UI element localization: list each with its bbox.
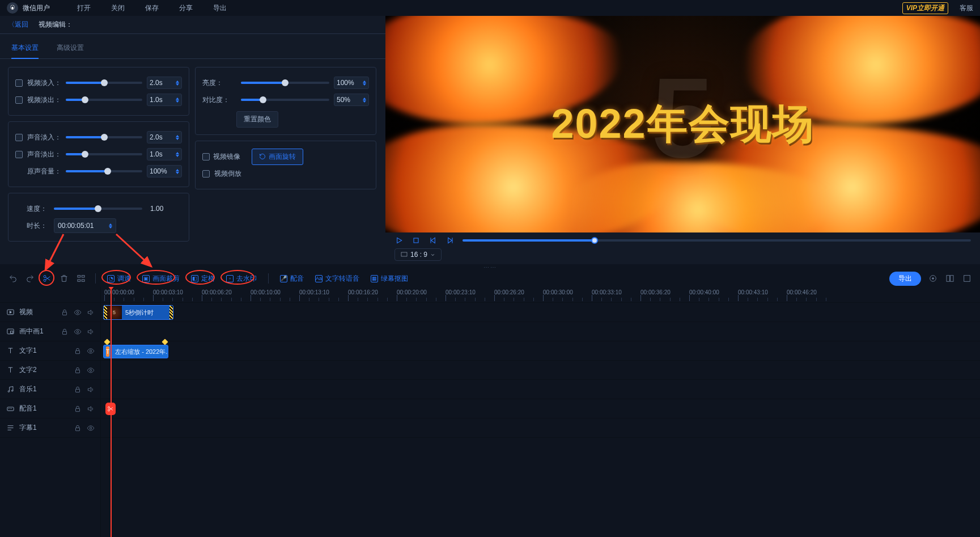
text1-lane[interactable]: T 左右缩放 - 2022年... — [101, 341, 980, 361]
locate-marker-button[interactable] — [928, 273, 938, 284]
track-speaker-toggle[interactable] — [86, 308, 95, 316]
contrast-slider[interactable] — [241, 99, 329, 101]
track-lock-toggle[interactable] — [73, 366, 82, 374]
menu-open[interactable]: 打开 — [77, 3, 91, 13]
fullscreen-button[interactable] — [962, 273, 972, 284]
back-button[interactable]: 〈返回 — [8, 20, 28, 29]
menu-share[interactable]: 分享 — [179, 3, 193, 13]
audio-fadeout-checkbox[interactable] — [15, 151, 23, 158]
freeze-frame-tool[interactable]: ◧定格 — [189, 273, 217, 285]
track-speaker-toggle[interactable] — [86, 404, 95, 413]
brightness-value[interactable]: 100% — [334, 77, 369, 89]
play-button[interactable] — [394, 236, 404, 245]
track-lock-toggle[interactable] — [73, 424, 82, 432]
time-ruler[interactable]: 00:00:00:0000:00:03:1000:00:06:2000:00:1… — [101, 287, 980, 303]
video-fadeout-checkbox[interactable] — [15, 96, 23, 104]
brightness-slider[interactable] — [241, 82, 329, 84]
playback-progress[interactable] — [463, 239, 971, 242]
video-preview[interactable]: 5 2022年会现场 — [385, 16, 980, 232]
reset-color-button[interactable]: 重置颜色 — [236, 111, 278, 128]
next-frame-button[interactable] — [446, 236, 455, 245]
mirror-checkbox[interactable] — [202, 153, 210, 160]
video-clip[interactable]: 5 5秒倒计时 — [103, 305, 173, 320]
video-fadein-checkbox[interactable] — [15, 79, 23, 87]
video-fadein-slider[interactable] — [66, 82, 142, 84]
audio-fadein-slider[interactable] — [66, 136, 142, 138]
ruler-tick: 00:00:10:00 — [251, 289, 281, 295]
track-eye-toggle[interactable] — [73, 308, 82, 316]
audio-fadein-value[interactable]: 2.0s — [147, 131, 182, 143]
contrast-value[interactable]: 50% — [334, 94, 369, 106]
track-speaker-toggle[interactable] — [86, 327, 95, 336]
remove-watermark-tool[interactable]: ▫去水印 — [224, 273, 259, 285]
redo-button[interactable] — [25, 273, 35, 284]
delete-button[interactable] — [59, 273, 69, 284]
text2-lane[interactable] — [101, 361, 980, 380]
dub-tool[interactable]: 🎤配音 — [278, 273, 306, 285]
reverse-checkbox[interactable] — [202, 170, 210, 177]
spinner-up-icon[interactable] — [176, 81, 179, 83]
track-eye-toggle[interactable] — [86, 424, 95, 432]
dub-lane[interactable] — [101, 399, 980, 418]
video-fadeout-value[interactable]: 1.0s — [147, 94, 182, 106]
track-speaker-toggle[interactable] — [86, 385, 95, 394]
toggle-layout-button[interactable] — [945, 273, 955, 284]
clip-handle-right[interactable] — [169, 306, 173, 319]
track-lock-toggle[interactable] — [73, 385, 82, 394]
aspect-ratio-selector[interactable]: 16 : 9 — [394, 248, 442, 261]
menu-close[interactable]: 关闭 — [111, 3, 125, 13]
track-eye-toggle[interactable] — [86, 366, 95, 374]
track-eye-toggle[interactable] — [86, 346, 95, 355]
ruler-tick: 00:00:13:10 — [299, 289, 329, 295]
speed-slider[interactable] — [54, 208, 142, 210]
tab-basic-settings[interactable]: 基本设置 — [11, 40, 39, 58]
pip-lane[interactable] — [101, 322, 980, 341]
speed-tool[interactable]: ◔调速 — [105, 273, 133, 285]
video-lane[interactable]: 5 5秒倒计时 — [101, 303, 980, 322]
audio-fadeout-slider[interactable] — [66, 153, 142, 155]
duration-input[interactable]: 00:00:05:01 — [54, 218, 116, 233]
track-lock-toggle[interactable] — [60, 308, 69, 316]
speed-value: 1.00 — [147, 205, 182, 213]
audio-fadein-label: 声音淡入： — [27, 133, 61, 142]
text-clip[interactable]: T 左右缩放 - 2022年... — [103, 345, 168, 358]
playhead-cut-marker[interactable] — [105, 403, 116, 415]
export-button[interactable]: 导出 — [889, 272, 921, 286]
tab-advanced-settings[interactable]: 高级设置 — [57, 40, 84, 58]
username-label: 微信用户 — [23, 3, 50, 13]
brightness-label: 亮度： — [202, 78, 236, 88]
spinner-down-icon[interactable] — [176, 83, 179, 86]
audio-fadeout-value[interactable]: 1.0s — [147, 148, 182, 160]
track-lock-toggle[interactable] — [73, 404, 82, 413]
video-fadeout-slider[interactable] — [66, 99, 142, 101]
track-lock-toggle[interactable] — [73, 346, 82, 355]
screen-icon — [401, 252, 408, 257]
customer-service-link[interactable]: 客服 — [960, 3, 973, 13]
split-button[interactable] — [42, 273, 52, 284]
video-fadein-value[interactable]: 2.0s — [147, 77, 182, 89]
stop-button[interactable] — [411, 236, 421, 245]
panel-resize-grip[interactable]: ⋯⋯ — [0, 264, 980, 270]
menu-export[interactable]: 导出 — [213, 3, 227, 13]
music-lane[interactable] — [101, 380, 980, 399]
track-eye-toggle[interactable] — [73, 327, 82, 336]
subtitle-lane[interactable] — [101, 418, 980, 438]
ruler-tick: 00:00:26:20 — [494, 289, 524, 295]
track-lock-toggle[interactable] — [60, 327, 69, 336]
user-avatar[interactable] — [7, 2, 18, 14]
green-screen-tool[interactable]: ▦绿幕抠图 — [368, 273, 410, 285]
tracks-area[interactable]: 00:00:00:0000:00:03:1000:00:06:2000:00:1… — [101, 287, 980, 537]
tts-icon: Aа — [315, 275, 323, 282]
prev-frame-button[interactable] — [429, 236, 438, 245]
vip-upgrade-link[interactable]: VIP立即开通 — [902, 2, 948, 14]
clip-label: 5秒倒计时 — [122, 308, 157, 317]
orig-volume-slider[interactable] — [66, 170, 142, 172]
orig-volume-value[interactable]: 100% — [147, 165, 182, 177]
undo-button[interactable] — [8, 273, 18, 284]
rotate-button[interactable]: 画面旋转 — [252, 149, 303, 165]
tts-tool[interactable]: Aа文字转语音 — [313, 273, 362, 285]
crop-tool[interactable]: ▣画面裁剪 — [140, 273, 182, 285]
arrange-button[interactable] — [76, 273, 86, 284]
audio-fadein-checkbox[interactable] — [15, 134, 23, 141]
menu-save[interactable]: 保存 — [145, 3, 159, 13]
